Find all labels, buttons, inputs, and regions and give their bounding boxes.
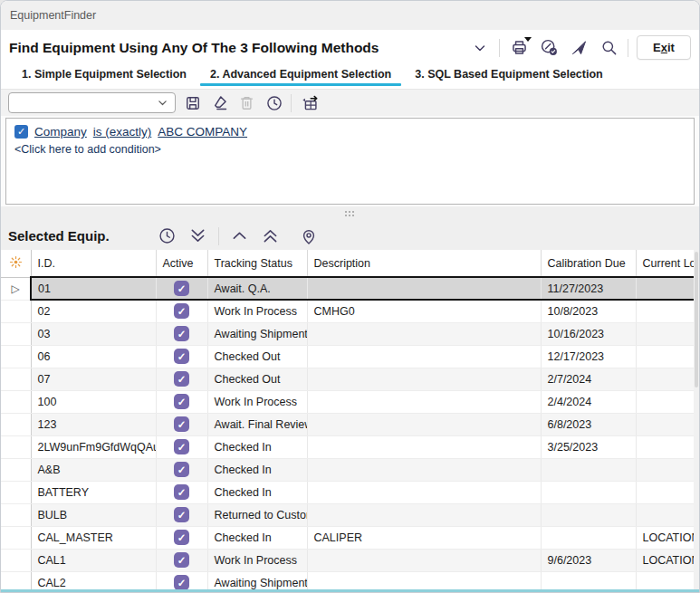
cell-calibration_due[interactable]: [541, 458, 636, 481]
col-header-id[interactable]: I.D.: [31, 250, 156, 277]
row-selector[interactable]: [1, 368, 31, 390]
table-row[interactable]: ▷01✓Await. Q.A.11/27/2023: [1, 277, 695, 300]
cell-calibration_due[interactable]: [541, 481, 636, 503]
condition-field-link[interactable]: Company: [34, 125, 87, 139]
active-checkbox[interactable]: ✓: [174, 303, 189, 319]
cell-tracking_status[interactable]: Checked In: [207, 481, 307, 503]
cell-description[interactable]: [307, 390, 541, 413]
expand-all-icon[interactable]: [260, 225, 281, 246]
table-row[interactable]: BATTERY✓Checked In: [1, 481, 695, 503]
active-checkbox[interactable]: ✓: [174, 326, 189, 341]
row-selector[interactable]: [1, 413, 31, 435]
cell-calibration_due[interactable]: 10/16/2023: [541, 322, 636, 345]
cell-id[interactable]: CAL1: [31, 549, 156, 571]
condition-checkbox[interactable]: ✓: [14, 125, 28, 139]
table-row[interactable]: 100✓Work In Process2/4/2024: [1, 390, 695, 413]
cell-tracking_status[interactable]: Returned to Customer: [207, 503, 307, 526]
cell-id[interactable]: A&B: [31, 458, 156, 481]
cell-description[interactable]: CALIPER: [307, 526, 541, 549]
tab-sql-selection[interactable]: 3. SQL Based Equipment Selection: [403, 65, 614, 86]
cell-tracking_status[interactable]: Work In Process: [207, 300, 307, 322]
col-header-tracking-status[interactable]: Tracking Status: [207, 250, 307, 277]
cell-id[interactable]: 100: [31, 390, 156, 413]
cell-tracking_status[interactable]: Checked Out: [207, 368, 307, 390]
cell-active[interactable]: ✓: [156, 368, 207, 390]
expand-one-icon[interactable]: [229, 225, 250, 246]
row-selector-header[interactable]: [1, 250, 31, 277]
cell-current_location[interactable]: [636, 413, 695, 435]
active-checkbox[interactable]: ✓: [174, 530, 189, 545]
exit-button[interactable]: Exit: [637, 35, 691, 60]
erase-icon[interactable]: [209, 92, 230, 113]
cell-description[interactable]: [307, 277, 541, 300]
collapse-all-icon[interactable]: [187, 225, 208, 246]
cell-tracking_status[interactable]: Checked Out: [207, 345, 307, 368]
cell-current_location[interactable]: [636, 435, 695, 458]
row-selector[interactable]: [1, 503, 31, 526]
cell-description[interactable]: [307, 368, 541, 390]
cell-id[interactable]: BULB: [31, 503, 156, 526]
active-checkbox[interactable]: ✓: [174, 416, 189, 432]
cell-tracking_status[interactable]: Await. Q.A.: [207, 277, 307, 300]
active-checkbox[interactable]: ✓: [174, 462, 189, 477]
cell-calibration_due[interactable]: 2/7/2024: [541, 368, 636, 390]
row-selector[interactable]: [1, 390, 31, 413]
cell-active[interactable]: ✓: [156, 481, 207, 503]
export-grid-icon[interactable]: [298, 92, 319, 113]
cell-current_location[interactable]: LOCATION 1: [636, 549, 695, 571]
row-selector[interactable]: ▷: [1, 277, 31, 300]
table-row[interactable]: CAL_MASTER✓Checked InCALIPERLOCATION 1: [1, 526, 695, 549]
cell-active[interactable]: ✓: [156, 300, 207, 322]
cell-id[interactable]: 06: [31, 345, 156, 368]
cell-description[interactable]: [307, 481, 541, 503]
search-icon[interactable]: [598, 37, 619, 59]
cell-tracking_status[interactable]: Checked In: [207, 526, 307, 549]
table-row[interactable]: A&B✓Checked In: [1, 458, 695, 481]
cell-tracking_status[interactable]: Work In Process: [207, 390, 307, 413]
cell-current_location[interactable]: [636, 368, 695, 390]
cell-tracking_status[interactable]: Await. Final Review: [207, 413, 307, 435]
active-checkbox[interactable]: ✓: [174, 507, 189, 522]
cell-current_location[interactable]: [636, 300, 695, 322]
active-checkbox[interactable]: ✓: [174, 575, 189, 590]
cell-id[interactable]: CAL_MASTER: [31, 526, 156, 549]
active-checkbox[interactable]: ✓: [174, 484, 189, 500]
splitter-handle[interactable]: [1, 206, 699, 222]
active-checkbox[interactable]: ✓: [174, 552, 189, 568]
saved-query-combobox[interactable]: [8, 92, 176, 113]
active-checkbox[interactable]: ✓: [174, 349, 189, 364]
cell-active[interactable]: ✓: [156, 503, 207, 526]
row-selector[interactable]: [1, 481, 31, 503]
row-selector[interactable]: [1, 458, 31, 481]
cell-description[interactable]: [307, 322, 541, 345]
cell-current_location[interactable]: [636, 390, 695, 413]
col-header-current-location[interactable]: Current Location: [636, 250, 695, 277]
cell-calibration_due[interactable]: 9/6/2023: [541, 549, 636, 571]
condition-operator-link[interactable]: is (exactly): [93, 125, 152, 139]
condition-value-link[interactable]: ABC COMPANY: [158, 125, 247, 139]
row-selector[interactable]: [1, 322, 31, 345]
scrollbar-thumb[interactable]: [695, 252, 698, 387]
table-row[interactable]: 03✓Awaiting Shipment10/16/2023: [1, 322, 695, 345]
col-header-active[interactable]: Active: [156, 250, 207, 277]
cell-current_location[interactable]: [636, 503, 695, 526]
cell-current_location[interactable]: [636, 458, 695, 481]
cell-active[interactable]: ✓: [156, 277, 207, 300]
cell-active[interactable]: ✓: [156, 345, 207, 368]
col-header-description[interactable]: Description: [307, 250, 541, 277]
cell-active[interactable]: ✓: [156, 390, 207, 413]
tab-advanced-selection[interactable]: 2. Advanced Equipment Selection: [198, 65, 403, 86]
approve-icon[interactable]: [538, 37, 560, 59]
cell-id[interactable]: 07: [31, 368, 156, 390]
cell-current_location[interactable]: LOCATION 1: [636, 526, 695, 549]
cell-calibration_due[interactable]: 11/27/2023: [541, 277, 636, 300]
table-row[interactable]: 2LW9unFm9GfdWqQAuiF✓Checked In3/25/2023: [1, 435, 695, 458]
send-icon[interactable]: [568, 37, 590, 59]
cell-description[interactable]: [307, 345, 541, 368]
print-icon[interactable]: [508, 37, 530, 59]
row-selector[interactable]: [1, 526, 31, 549]
cell-id[interactable]: BATTERY: [31, 481, 156, 503]
cell-active[interactable]: ✓: [156, 458, 207, 481]
cell-description[interactable]: [307, 503, 541, 526]
cell-id[interactable]: 123: [31, 413, 156, 435]
